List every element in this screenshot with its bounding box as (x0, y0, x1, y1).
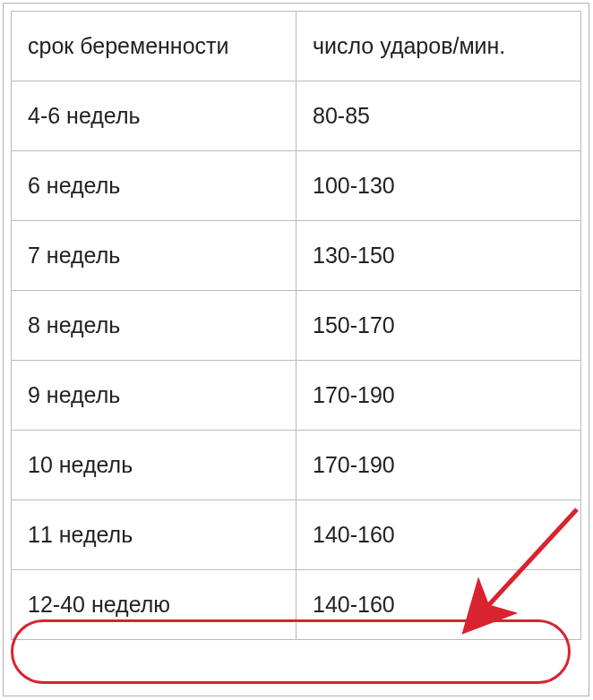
cell-term: 7 недель (11, 221, 296, 291)
cell-term: 12-40 неделю (11, 570, 296, 640)
table-row: 12-40 неделю 140-160 (11, 570, 581, 640)
cell-bpm: 140-160 (296, 500, 581, 570)
table-header-row: срок беременности число ударов/мин. (11, 11, 581, 81)
table-row: 8 недель 150-170 (11, 291, 581, 361)
cell-bpm: 100-130 (296, 151, 581, 221)
cell-bpm: 140-160 (296, 570, 581, 640)
cell-term: 8 недель (11, 291, 296, 361)
cell-term: 10 недель (11, 431, 296, 500)
table-row: 9 недель 170-190 (11, 361, 581, 431)
table-row: 11 недель 140-160 (11, 500, 581, 570)
table-row: 7 недель 130-150 (11, 221, 581, 291)
cell-bpm: 170-190 (296, 361, 581, 431)
cell-term: 6 недель (11, 151, 296, 221)
cell-term: 9 недель (11, 361, 296, 431)
table-row: 10 недель 170-190 (11, 431, 581, 500)
cell-term: 4-6 недель (11, 81, 296, 151)
heartrate-table: срок беременности число ударов/мин. 4-6 … (11, 11, 581, 640)
table-frame: срок беременности число ударов/мин. 4-6 … (3, 3, 589, 696)
cell-bpm: 80-85 (296, 81, 581, 151)
cell-bpm: 130-150 (296, 221, 581, 291)
table-row: 4-6 недель 80-85 (11, 81, 581, 151)
header-term: срок беременности (11, 11, 296, 81)
cell-term: 11 недель (11, 500, 296, 570)
cell-bpm: 170-190 (296, 431, 581, 500)
cell-bpm: 150-170 (296, 291, 581, 361)
table-row: 6 недель 100-130 (11, 151, 581, 221)
header-bpm: число ударов/мин. (296, 11, 581, 81)
